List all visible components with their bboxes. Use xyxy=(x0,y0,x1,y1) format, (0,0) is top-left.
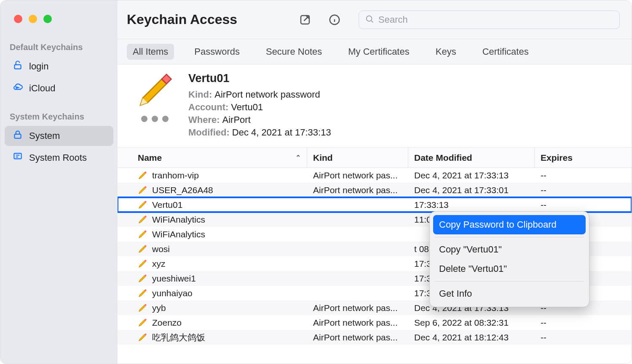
table-row[interactable]: tranhom-vipAirPort network pas...Dec 4, … xyxy=(118,168,632,183)
detail-modified-label: Modified: xyxy=(188,127,230,138)
menu-separator xyxy=(435,237,584,237)
detail-account-value: Vertu01 xyxy=(231,102,263,112)
minimize-window-button[interactable] xyxy=(29,15,37,23)
menu-delete[interactable]: Delete "Vertu01" xyxy=(433,259,586,279)
context-menu: Copy Password to Clipboard Copy "Vertu01… xyxy=(429,211,589,307)
search-field[interactable] xyxy=(359,11,620,29)
row-kind: AirPort network pas... xyxy=(307,303,408,313)
compose-button[interactable] xyxy=(297,12,313,28)
certificate-icon xyxy=(12,151,23,165)
password-item-icon xyxy=(138,274,149,283)
row-date: Sep 6, 2022 at 08:32:31 xyxy=(408,318,535,328)
row-date: Dec 4, 2021 at 18:12:43 xyxy=(408,332,535,343)
sidebar-item-label: iCloud xyxy=(29,83,55,94)
svg-marker-28 xyxy=(139,305,146,311)
password-item-icon xyxy=(138,259,149,268)
password-item-icon xyxy=(138,200,149,210)
sidebar-section-system: System Keychains xyxy=(0,112,118,126)
password-item-icon xyxy=(138,318,149,327)
table-header: Name ⌃ Kind Date Modified Expires xyxy=(118,148,632,168)
row-name: tranhom-vip xyxy=(152,170,199,181)
password-item-icon xyxy=(138,230,149,239)
row-name: wosi xyxy=(152,244,170,254)
row-expires: -- xyxy=(535,332,632,343)
svg-rect-0 xyxy=(14,65,21,69)
ellipsis-icon xyxy=(141,116,169,122)
sidebar-item-login[interactable]: login xyxy=(5,56,113,77)
sidebar: Default Keychains login iCloud System Ke… xyxy=(0,0,118,364)
table-row[interactable]: ZoenzoAirPort network pas...Sep 6, 2022 … xyxy=(118,315,632,330)
svg-point-6 xyxy=(367,16,372,21)
close-window-button[interactable] xyxy=(14,15,22,23)
tab-secure-notes[interactable]: Secure Notes xyxy=(260,44,328,60)
sidebar-item-system[interactable]: System xyxy=(5,126,113,146)
row-kind: AirPort network pas... xyxy=(307,170,408,181)
password-item-icon xyxy=(138,303,149,313)
svg-marker-14 xyxy=(139,202,146,208)
column-header-kind[interactable]: Kind xyxy=(307,148,408,167)
row-date: Dec 4, 2021 at 17:33:13 xyxy=(408,170,535,181)
column-header-expires[interactable]: Expires xyxy=(535,148,632,167)
tab-all-items[interactable]: All Items xyxy=(127,44,174,60)
sort-ascending-icon: ⌃ xyxy=(295,154,301,162)
unlock-icon xyxy=(12,60,23,73)
sidebar-item-icloud[interactable]: iCloud xyxy=(5,78,113,98)
keychain-access-window: Default Keychains login iCloud System Ke… xyxy=(0,0,632,364)
sidebar-section-default: Default Keychains xyxy=(0,43,118,56)
cloud-key-icon xyxy=(12,82,23,95)
info-button[interactable] xyxy=(327,12,343,28)
search-input[interactable] xyxy=(378,14,613,25)
sidebar-item-label: System xyxy=(29,130,60,141)
password-item-icon xyxy=(136,72,174,112)
sidebar-item-label: System Roots xyxy=(29,152,87,163)
row-name: 吃乳鸽大鸽饭 xyxy=(152,332,205,343)
tab-certificates[interactable]: Certificates xyxy=(477,44,535,60)
zoom-window-button[interactable] xyxy=(43,15,52,23)
svg-marker-18 xyxy=(139,231,146,238)
password-item-icon xyxy=(138,186,149,195)
detail-title: Vertu01 xyxy=(188,72,331,85)
tab-my-certificates[interactable]: My Certificates xyxy=(342,44,415,60)
row-expires: -- xyxy=(535,200,632,210)
column-header-date[interactable]: Date Modified xyxy=(408,148,535,167)
svg-point-1 xyxy=(16,87,17,88)
row-name: WiFiAnalytics xyxy=(152,229,205,239)
category-tabbar: All Items Passwords Secure Notes My Cert… xyxy=(118,39,632,64)
menu-get-info[interactable]: Get Info xyxy=(433,284,586,303)
detail-where-value: AirPort xyxy=(222,114,251,125)
menu-separator xyxy=(435,281,584,282)
table-row[interactable]: USER_A26A48AirPort network pas...Dec 4, … xyxy=(118,183,632,197)
svg-marker-32 xyxy=(139,334,146,341)
password-item-icon xyxy=(138,244,149,254)
tab-passwords[interactable]: Passwords xyxy=(188,44,246,60)
row-expires: -- xyxy=(535,318,632,328)
row-date: 17:33:13 xyxy=(408,200,535,210)
window-controls xyxy=(0,15,118,23)
search-icon xyxy=(365,14,374,25)
svg-marker-20 xyxy=(139,246,146,252)
detail-kind-label: Kind: xyxy=(188,89,212,100)
row-name: yunhaiyao xyxy=(152,288,193,298)
row-name: yyb xyxy=(152,303,166,313)
column-header-name[interactable]: Name ⌃ xyxy=(118,148,307,167)
row-name: Zoenzo xyxy=(152,318,182,328)
menu-copy-name[interactable]: Copy "Vertu01" xyxy=(433,240,586,259)
menu-copy-password[interactable]: Copy Password to Clipboard xyxy=(433,215,586,234)
row-kind: AirPort network pas... xyxy=(307,332,408,343)
lock-icon xyxy=(12,129,23,143)
password-item-icon xyxy=(138,333,149,342)
svg-marker-10 xyxy=(139,172,146,179)
sidebar-item-system-roots[interactable]: System Roots xyxy=(5,148,113,168)
row-expires: -- xyxy=(535,170,632,181)
detail-modified-value: Dec 4, 2021 at 17:33:13 xyxy=(232,127,331,138)
table-row[interactable]: 吃乳鸽大鸽饭AirPort network pas...Dec 4, 2021 … xyxy=(118,330,632,345)
main-content: Keychain Access All Items Passwords Secu… xyxy=(118,0,632,364)
row-kind: AirPort network pas... xyxy=(307,185,408,195)
table-row[interactable]: Vertu0117:33:13-- xyxy=(118,197,632,212)
detail-where-label: Where: xyxy=(188,114,220,125)
svg-rect-2 xyxy=(14,134,21,138)
row-name: Vertu01 xyxy=(152,200,182,210)
tab-keys[interactable]: Keys xyxy=(430,44,462,60)
sidebar-item-label: login xyxy=(29,61,48,72)
app-title: Keychain Access xyxy=(127,12,237,27)
